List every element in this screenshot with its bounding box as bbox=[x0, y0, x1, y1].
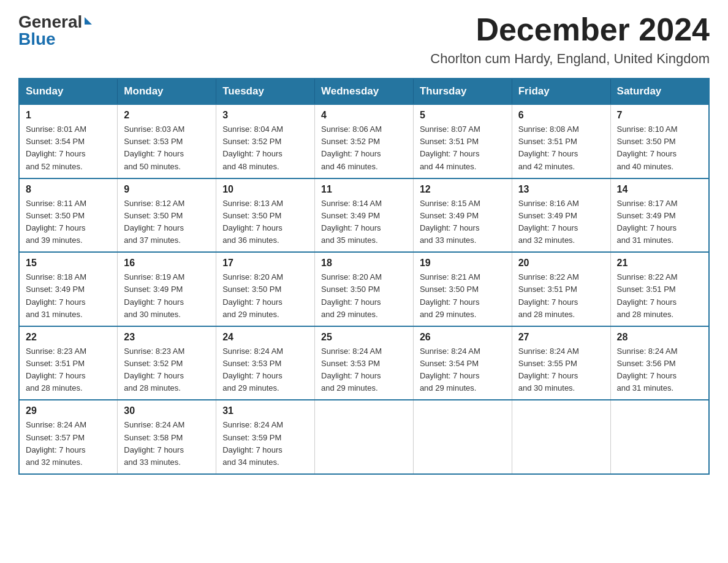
calendar-cell: 23Sunrise: 8:23 AMSunset: 3:52 PMDayligh… bbox=[118, 326, 216, 400]
day-number: 17 bbox=[222, 258, 308, 269]
day-info: Sunrise: 8:23 AMSunset: 3:52 PMDaylight:… bbox=[124, 345, 210, 395]
day-number: 6 bbox=[518, 110, 604, 121]
day-info: Sunrise: 8:21 AMSunset: 3:50 PMDaylight:… bbox=[420, 271, 506, 321]
day-number: 12 bbox=[420, 184, 506, 195]
day-info: Sunrise: 8:19 AMSunset: 3:49 PMDaylight:… bbox=[124, 271, 210, 321]
day-number: 27 bbox=[518, 332, 604, 343]
day-number: 8 bbox=[26, 184, 111, 195]
day-info: Sunrise: 8:16 AMSunset: 3:49 PMDaylight:… bbox=[518, 197, 604, 247]
day-number: 28 bbox=[617, 332, 702, 343]
calendar-cell: 5Sunrise: 8:07 AMSunset: 3:51 PMDaylight… bbox=[413, 104, 512, 178]
day-number: 16 bbox=[124, 258, 210, 269]
calendar-week-row: 29Sunrise: 8:24 AMSunset: 3:57 PMDayligh… bbox=[19, 400, 709, 474]
calendar-cell: 7Sunrise: 8:10 AMSunset: 3:50 PMDaylight… bbox=[610, 104, 709, 178]
calendar-cell: 2Sunrise: 8:03 AMSunset: 3:53 PMDaylight… bbox=[118, 104, 216, 178]
day-info: Sunrise: 8:24 AMSunset: 3:59 PMDaylight:… bbox=[222, 419, 308, 469]
calendar-cell: 16Sunrise: 8:19 AMSunset: 3:49 PMDayligh… bbox=[118, 252, 216, 326]
column-header-saturday: Saturday bbox=[610, 79, 709, 104]
column-header-sunday: Sunday bbox=[19, 79, 118, 104]
day-number: 22 bbox=[26, 332, 111, 343]
column-header-friday: Friday bbox=[512, 79, 610, 104]
calendar-cell: 18Sunrise: 8:20 AMSunset: 3:50 PMDayligh… bbox=[315, 252, 414, 326]
day-number: 18 bbox=[321, 258, 407, 269]
day-info: Sunrise: 8:24 AMSunset: 3:53 PMDaylight:… bbox=[321, 345, 407, 395]
day-number: 10 bbox=[222, 184, 308, 195]
column-header-wednesday: Wednesday bbox=[315, 79, 414, 104]
calendar-cell: 11Sunrise: 8:14 AMSunset: 3:49 PMDayligh… bbox=[315, 178, 414, 253]
day-info: Sunrise: 8:18 AMSunset: 3:49 PMDaylight:… bbox=[26, 271, 111, 321]
day-number: 31 bbox=[222, 405, 308, 416]
calendar-cell bbox=[413, 400, 512, 474]
calendar-cell: 12Sunrise: 8:15 AMSunset: 3:49 PMDayligh… bbox=[413, 178, 512, 253]
day-number: 24 bbox=[222, 332, 308, 343]
calendar-cell: 30Sunrise: 8:24 AMSunset: 3:58 PMDayligh… bbox=[118, 400, 216, 474]
calendar-cell bbox=[315, 400, 414, 474]
calendar-cell: 25Sunrise: 8:24 AMSunset: 3:53 PMDayligh… bbox=[315, 326, 414, 400]
calendar-cell: 22Sunrise: 8:23 AMSunset: 3:51 PMDayligh… bbox=[19, 326, 118, 400]
location-subtitle: Chorlton cum Hardy, England, United King… bbox=[430, 51, 710, 67]
day-info: Sunrise: 8:06 AMSunset: 3:52 PMDaylight:… bbox=[321, 123, 407, 173]
day-info: Sunrise: 8:14 AMSunset: 3:49 PMDaylight:… bbox=[321, 197, 407, 247]
day-number: 1 bbox=[26, 110, 111, 121]
calendar-cell: 31Sunrise: 8:24 AMSunset: 3:59 PMDayligh… bbox=[216, 400, 315, 474]
calendar-cell bbox=[610, 400, 709, 474]
day-info: Sunrise: 8:22 AMSunset: 3:51 PMDaylight:… bbox=[518, 271, 604, 321]
day-info: Sunrise: 8:20 AMSunset: 3:50 PMDaylight:… bbox=[321, 271, 407, 321]
day-info: Sunrise: 8:12 AMSunset: 3:50 PMDaylight:… bbox=[124, 197, 210, 247]
calendar-week-row: 8Sunrise: 8:11 AMSunset: 3:50 PMDaylight… bbox=[19, 178, 709, 253]
day-number: 20 bbox=[518, 258, 604, 269]
calendar-cell bbox=[512, 400, 610, 474]
calendar-cell: 19Sunrise: 8:21 AMSunset: 3:50 PMDayligh… bbox=[413, 252, 512, 326]
day-number: 5 bbox=[420, 110, 506, 121]
day-number: 19 bbox=[420, 258, 506, 269]
day-info: Sunrise: 8:08 AMSunset: 3:51 PMDaylight:… bbox=[518, 123, 604, 173]
calendar-cell: 26Sunrise: 8:24 AMSunset: 3:54 PMDayligh… bbox=[413, 326, 512, 400]
day-info: Sunrise: 8:20 AMSunset: 3:50 PMDaylight:… bbox=[222, 271, 308, 321]
calendar-cell: 9Sunrise: 8:12 AMSunset: 3:50 PMDaylight… bbox=[118, 178, 216, 253]
calendar-cell: 21Sunrise: 8:22 AMSunset: 3:51 PMDayligh… bbox=[610, 252, 709, 326]
calendar-cell: 28Sunrise: 8:24 AMSunset: 3:56 PMDayligh… bbox=[610, 326, 709, 400]
day-info: Sunrise: 8:10 AMSunset: 3:50 PMDaylight:… bbox=[617, 123, 702, 173]
calendar-cell: 3Sunrise: 8:04 AMSunset: 3:52 PMDaylight… bbox=[216, 104, 315, 178]
day-number: 21 bbox=[617, 258, 702, 269]
column-header-tuesday: Tuesday bbox=[216, 79, 315, 104]
day-info: Sunrise: 8:15 AMSunset: 3:49 PMDaylight:… bbox=[420, 197, 506, 247]
day-info: Sunrise: 8:24 AMSunset: 3:57 PMDaylight:… bbox=[26, 419, 111, 469]
logo-triangle-icon bbox=[85, 17, 92, 25]
logo: General Blue bbox=[18, 12, 92, 49]
calendar-cell: 13Sunrise: 8:16 AMSunset: 3:49 PMDayligh… bbox=[512, 178, 610, 253]
day-number: 14 bbox=[617, 184, 702, 195]
calendar-cell: 29Sunrise: 8:24 AMSunset: 3:57 PMDayligh… bbox=[19, 400, 118, 474]
calendar-cell: 15Sunrise: 8:18 AMSunset: 3:49 PMDayligh… bbox=[19, 252, 118, 326]
day-number: 11 bbox=[321, 184, 407, 195]
day-info: Sunrise: 8:24 AMSunset: 3:53 PMDaylight:… bbox=[222, 345, 308, 395]
day-number: 4 bbox=[321, 110, 407, 121]
header: General Blue December 2024 Chorlton cum … bbox=[18, 12, 710, 67]
day-number: 29 bbox=[26, 405, 111, 416]
day-number: 9 bbox=[124, 184, 210, 195]
logo-blue-text: Blue bbox=[18, 29, 56, 49]
day-info: Sunrise: 8:11 AMSunset: 3:50 PMDaylight:… bbox=[26, 197, 111, 247]
calendar-cell: 17Sunrise: 8:20 AMSunset: 3:50 PMDayligh… bbox=[216, 252, 315, 326]
day-info: Sunrise: 8:01 AMSunset: 3:54 PMDaylight:… bbox=[26, 123, 111, 173]
day-number: 3 bbox=[222, 110, 308, 121]
day-number: 26 bbox=[420, 332, 506, 343]
day-info: Sunrise: 8:24 AMSunset: 3:54 PMDaylight:… bbox=[420, 345, 506, 395]
calendar-cell: 10Sunrise: 8:13 AMSunset: 3:50 PMDayligh… bbox=[216, 178, 315, 253]
calendar-cell: 27Sunrise: 8:24 AMSunset: 3:55 PMDayligh… bbox=[512, 326, 610, 400]
day-number: 2 bbox=[124, 110, 210, 121]
calendar-cell: 4Sunrise: 8:06 AMSunset: 3:52 PMDaylight… bbox=[315, 104, 414, 178]
calendar-cell: 1Sunrise: 8:01 AMSunset: 3:54 PMDaylight… bbox=[19, 104, 118, 178]
day-number: 13 bbox=[518, 184, 604, 195]
day-number: 30 bbox=[124, 405, 210, 416]
calendar-week-row: 22Sunrise: 8:23 AMSunset: 3:51 PMDayligh… bbox=[19, 326, 709, 400]
day-info: Sunrise: 8:24 AMSunset: 3:55 PMDaylight:… bbox=[518, 345, 604, 395]
day-number: 25 bbox=[321, 332, 407, 343]
day-info: Sunrise: 8:23 AMSunset: 3:51 PMDaylight:… bbox=[26, 345, 111, 395]
day-info: Sunrise: 8:13 AMSunset: 3:50 PMDaylight:… bbox=[222, 197, 308, 247]
day-info: Sunrise: 8:04 AMSunset: 3:52 PMDaylight:… bbox=[222, 123, 308, 173]
calendar-table: SundayMondayTuesdayWednesdayThursdayFrid… bbox=[18, 78, 710, 475]
day-info: Sunrise: 8:03 AMSunset: 3:53 PMDaylight:… bbox=[124, 123, 210, 173]
column-header-monday: Monday bbox=[118, 79, 216, 104]
calendar-cell: 8Sunrise: 8:11 AMSunset: 3:50 PMDaylight… bbox=[19, 178, 118, 253]
